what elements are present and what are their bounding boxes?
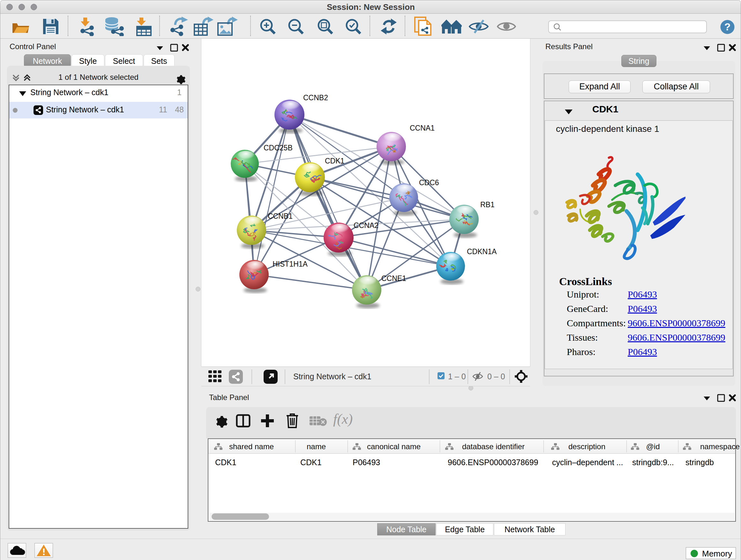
svg-text:CDC6: CDC6 [419,179,439,187]
svg-text:CDKN1A: CDKN1A [467,247,497,256]
svg-text:CCNB2: CCNB2 [303,94,328,102]
svg-text:CCNE1: CCNE1 [381,274,406,283]
svg-text:CDC25B: CDC25B [264,144,293,152]
svg-text:CCNA1: CCNA1 [410,124,434,132]
svg-text:CCNA2: CCNA2 [354,221,379,230]
svg-text:HIST1H1A: HIST1H1A [273,260,308,268]
svg-text:?: ? [724,21,731,33]
svg-text:CDK1: CDK1 [325,157,344,165]
svg-text:RB1: RB1 [480,200,495,209]
svg-text:CCNB1: CCNB1 [268,212,293,220]
